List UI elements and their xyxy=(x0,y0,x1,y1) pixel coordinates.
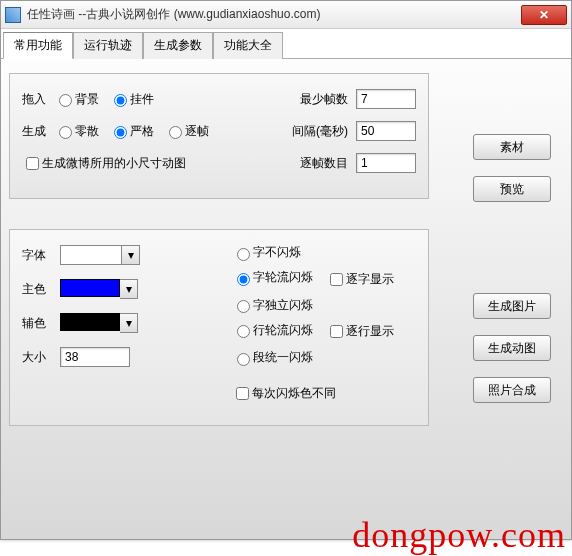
material-button[interactable]: 素材 xyxy=(473,134,551,160)
check-diffcolor[interactable]: 每次闪烁色不同 xyxy=(232,384,336,403)
titlebar: 任性诗画 --古典小说网创作 (www.gudianxiaoshuo.com) … xyxy=(1,1,571,29)
drag-label: 拖入 xyxy=(22,91,46,108)
gen-label: 生成 xyxy=(22,123,46,140)
auxcolor-combo[interactable]: ▾ xyxy=(60,313,138,333)
radio-scatter[interactable]: 零散 xyxy=(54,123,99,140)
chevron-down-icon[interactable]: ▾ xyxy=(120,313,138,333)
radio-charindep[interactable]: 字独立闪烁 xyxy=(232,297,313,314)
close-button[interactable]: ✕ xyxy=(521,5,567,25)
interval-label: 间隔(毫秒) xyxy=(292,123,348,140)
minframes-label: 最少帧数 xyxy=(300,91,348,108)
chevron-down-icon[interactable]: ▾ xyxy=(120,279,138,299)
panel-top: 拖入 背景 挂件 最少帧数 生成 零散 严格 逐帧 间隔(毫秒) 生成微博所用的… xyxy=(9,73,429,199)
panel-bottom: 字体 ▾ 主色 ▾ 辅色 ▾ 大小 xyxy=(9,229,429,426)
photomerge-button[interactable]: 照片合成 xyxy=(473,377,551,403)
radio-perframe[interactable]: 逐帧 xyxy=(164,123,209,140)
radio-strict[interactable]: 严格 xyxy=(109,123,154,140)
preview-button[interactable]: 预览 xyxy=(473,176,551,202)
auxcolor-swatch xyxy=(60,313,120,331)
app-icon xyxy=(5,7,21,23)
radio-noblink[interactable]: 字不闪烁 xyxy=(232,244,301,261)
framecount-label: 逐帧数目 xyxy=(300,155,348,172)
size-label: 大小 xyxy=(22,349,52,366)
side-buttons-top: 素材 预览 xyxy=(473,134,551,202)
tab-all[interactable]: 功能大全 xyxy=(213,32,283,59)
size-input[interactable] xyxy=(60,347,130,367)
minframes-input[interactable] xyxy=(356,89,416,109)
framecount-input[interactable] xyxy=(356,153,416,173)
chevron-down-icon[interactable]: ▾ xyxy=(122,245,140,265)
tab-trajectory[interactable]: 运行轨迹 xyxy=(73,32,143,59)
interval-input[interactable] xyxy=(356,121,416,141)
maincolor-combo[interactable]: ▾ xyxy=(60,279,138,299)
tab-common[interactable]: 常用功能 xyxy=(3,32,73,59)
app-window: 任性诗画 --古典小说网创作 (www.gudianxiaoshuo.com) … xyxy=(0,0,572,540)
radio-segment[interactable]: 段统一闪烁 xyxy=(232,349,313,366)
radio-background[interactable]: 背景 xyxy=(54,91,99,108)
window-title: 任性诗画 --古典小说网创作 (www.gudianxiaoshuo.com) xyxy=(27,6,521,23)
check-weibo-thumb[interactable]: 生成微博所用的小尺寸动图 xyxy=(22,154,186,173)
genanim-button[interactable]: 生成动图 xyxy=(473,335,551,361)
tabstrip: 常用功能 运行轨迹 生成参数 功能大全 xyxy=(1,29,571,59)
genimage-button[interactable]: 生成图片 xyxy=(473,293,551,319)
radio-charrotate[interactable]: 字轮流闪烁 xyxy=(232,269,313,286)
tab-params[interactable]: 生成参数 xyxy=(143,32,213,59)
auxcolor-label: 辅色 xyxy=(22,315,52,332)
font-label: 字体 xyxy=(22,247,52,264)
maincolor-label: 主色 xyxy=(22,281,52,298)
check-perline[interactable]: 逐行显示 xyxy=(326,322,394,341)
radio-linerotate[interactable]: 行轮流闪烁 xyxy=(232,322,313,339)
client-area: 拖入 背景 挂件 最少帧数 生成 零散 严格 逐帧 间隔(毫秒) 生成微博所用的… xyxy=(1,59,571,539)
maincolor-swatch xyxy=(60,279,120,297)
radio-pendant[interactable]: 挂件 xyxy=(109,91,154,108)
font-combo[interactable]: ▾ xyxy=(60,245,140,265)
check-perchar[interactable]: 逐字显示 xyxy=(326,270,394,289)
side-buttons-bottom: 生成图片 生成动图 照片合成 xyxy=(473,293,551,403)
